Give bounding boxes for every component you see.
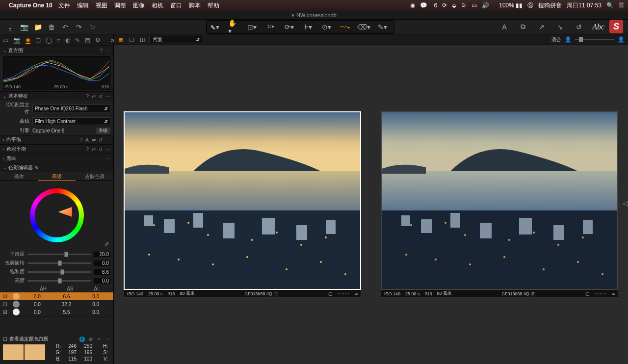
wifi-icon[interactable]: ⚞ — [461, 2, 467, 9]
menu-window[interactable]: 窗口 — [170, 1, 182, 10]
curve-select[interactable]: Film High Contrast⇵ — [32, 117, 110, 125]
icc-select[interactable]: Phase One IQ260 Flash⇵ — [32, 104, 110, 112]
menu-file[interactable]: 文件 — [58, 1, 70, 10]
minus-icon[interactable]: － — [105, 336, 110, 342]
help-icon[interactable]: ? — [86, 94, 89, 99]
crop-icon[interactable]: ⌗▾ — [265, 22, 276, 32]
fit-label[interactable]: 适合 — [551, 36, 561, 43]
notification-icon[interactable]: ☰ — [619, 2, 624, 9]
chevron-down-icon[interactable]: ⌄ — [3, 94, 6, 99]
chevron-down-icon[interactable]: ⌄ — [3, 166, 6, 170]
picker-icon[interactable]: ✎ — [35, 165, 39, 171]
split-view-icon[interactable]: ◫ — [138, 36, 146, 43]
smooth-value[interactable]: 20.0 — [94, 252, 110, 257]
preset-icon[interactable]: ⇄ — [92, 94, 96, 99]
spot-icon[interactable]: ⊙▾ — [321, 22, 332, 32]
crop-tab-icon[interactable]: ⌗ — [57, 36, 60, 44]
pointer-icon[interactable]: ⬉▾ — [209, 22, 220, 32]
undo-icon[interactable]: ↶ — [60, 22, 71, 32]
metadata-tab-icon[interactable]: ▤ — [85, 36, 90, 44]
color-tab-icon[interactable]: ◉ — [26, 36, 30, 44]
color-wheel[interactable]: ✐ — [0, 181, 113, 250]
keystone-icon[interactable]: Ⱶ▾ — [303, 22, 314, 32]
table-row[interactable]: ☑0.05.50.0 — [0, 308, 113, 316]
dropbox-icon[interactable]: ⬙ — [452, 2, 456, 9]
tag-icon[interactable]: ▢ — [585, 291, 590, 296]
rotate-icon[interactable]: ⟳▾ — [284, 22, 295, 32]
menu-camera[interactable]: 相机 — [152, 1, 163, 10]
upgrade-button[interactable]: 升级 — [96, 128, 110, 134]
grid-view-icon[interactable]: ▦ — [117, 36, 125, 43]
bw-header[interactable]: ›黑白⋯ — [0, 154, 113, 163]
exposure-tab-icon[interactable]: ▢ — [35, 36, 41, 44]
menu-image[interactable]: 图像 — [133, 1, 145, 10]
image-thumbnail-1[interactable]: ISO 14025.00 sf/1680 毫米 CF013068.IIQ [1]… — [124, 111, 361, 298]
wechat-icon[interactable]: 💬 6 — [420, 2, 437, 9]
image-thumbnail-2[interactable]: ISO 14025.00 sf/1680 毫米 CF013068.IIQ [2]… — [381, 111, 618, 298]
display-icon[interactable]: ▭ — [471, 2, 477, 9]
ce-tab-skin[interactable]: 皮肤色调 — [76, 172, 113, 181]
sync-icon[interactable]: ⟳ — [442, 2, 447, 9]
zoom-icon[interactable]: ⊡▾ — [247, 22, 258, 32]
collapse-right-icon[interactable]: ◁ — [623, 199, 628, 207]
redo-icon[interactable]: ↷ — [74, 22, 84, 32]
menu-edit[interactable]: 编辑 — [77, 1, 89, 10]
target-icon[interactable]: ⊕ — [89, 337, 93, 342]
menu-icon[interactable]: ≡ — [355, 291, 358, 296]
battery-icon[interactable]: 100% ▮▮ — [494, 2, 523, 9]
hue-value[interactable]: 0.0 — [94, 260, 110, 266]
tag-icon[interactable]: ▢ — [328, 291, 333, 296]
checkbox[interactable]: ☑ — [3, 310, 10, 315]
person-icon[interactable]: 👤 — [564, 36, 572, 43]
apply-down-icon[interactable]: ↘ — [555, 22, 566, 32]
adjust-brush-icon[interactable]: ✎▾ — [377, 22, 388, 32]
person-icon[interactable]: 👤 — [617, 36, 625, 43]
details-tab-icon[interactable]: ◐ — [65, 36, 70, 44]
light-slider[interactable] — [27, 280, 91, 282]
menu-script[interactable]: 脚本 — [189, 1, 201, 10]
checkbox[interactable]: ☐ — [3, 302, 10, 307]
menu-icon[interactable]: ≡ — [612, 291, 615, 296]
mask-draw-icon[interactable]: 〰▾ — [340, 22, 351, 32]
import-icon[interactable]: ⭳ — [5, 22, 16, 32]
smooth-slider[interactable] — [27, 254, 91, 255]
rating-dots[interactable]: ••••• — [338, 291, 350, 296]
rating-dots[interactable]: ••••• — [595, 291, 607, 296]
checkbox[interactable]: ☑ — [3, 294, 10, 299]
cc-icon[interactable]: ◉ — [410, 2, 415, 9]
capture-icon[interactable]: 📷 — [19, 22, 29, 32]
help-icon[interactable]: ? — [100, 48, 103, 53]
color-wedge-icon[interactable] — [58, 207, 72, 217]
plus-icon[interactable]: ＋ — [97, 336, 102, 342]
sat-slider[interactable] — [27, 271, 91, 273]
annotate-icon[interactable]: A — [499, 22, 510, 32]
table-row[interactable]: ☐0.032.20.0 — [0, 300, 113, 308]
menu-help[interactable]: 帮助 — [208, 1, 219, 10]
trash-icon[interactable]: 🗑 — [46, 22, 57, 32]
reset-icon[interactable]: ↺ — [574, 22, 584, 32]
s-menu-icon[interactable]: Ⓢ — [527, 1, 533, 10]
color-balance-header[interactable]: ›色彩平衡?⇄↺⋯ — [0, 145, 113, 154]
lens-tab-icon[interactable]: ◯ — [46, 36, 52, 44]
menu-adjust[interactable]: 调整 — [114, 1, 126, 10]
clock[interactable]: 周日11:07:53 — [567, 1, 602, 10]
chevron-down-icon[interactable]: ⌄ — [3, 49, 6, 53]
app-name[interactable]: Capture One 10 — [9, 2, 52, 9]
ime-label[interactable]: 搜狗拼音 — [538, 1, 562, 10]
abc-label[interactable]: Abc — [592, 23, 604, 31]
checkbox[interactable]: ☐ — [3, 337, 7, 342]
spotlight-icon[interactable]: 🔍 — [606, 2, 614, 9]
hue-slider[interactable] — [27, 262, 91, 264]
ce-tab-basic[interactable]: 基本 — [0, 172, 38, 181]
adjust-tab-icon[interactable]: ✎ — [75, 36, 80, 44]
capture-tab-icon[interactable]: 📷 — [13, 36, 21, 44]
single-view-icon[interactable]: ▢ — [128, 36, 135, 43]
reset-icon[interactable]: ↺ — [99, 94, 103, 99]
table-row[interactable]: ☑0.06.60.0 — [0, 292, 113, 300]
library-tab-icon[interactable]: ▭ — [3, 36, 8, 44]
white-balance-header[interactable]: ›白平衡?A⇄↺⋯ — [0, 135, 113, 144]
hand-icon[interactable]: ✋▾ — [228, 22, 239, 32]
zoom-slider[interactable] — [575, 39, 614, 40]
eyedropper-icon[interactable]: ✐ — [105, 241, 109, 248]
globe-icon[interactable]: 🌐 — [79, 337, 85, 342]
